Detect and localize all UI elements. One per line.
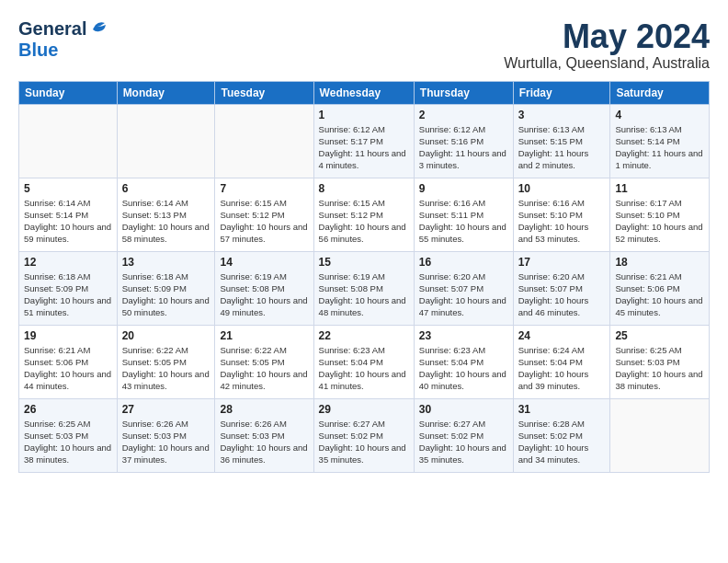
day-info: Sunrise: 6:18 AM Sunset: 5:09 PM Dayligh…: [24, 270, 112, 319]
calendar-cell: 3Sunrise: 6:13 AM Sunset: 5:15 PM Daylig…: [513, 104, 610, 178]
day-number: 22: [319, 329, 409, 342]
page-header: General Blue May 2024 Wurtulla, Queensla…: [18, 18, 710, 72]
calendar-cell: 9Sunrise: 6:16 AM Sunset: 5:11 PM Daylig…: [414, 178, 513, 251]
logo-blue-text: Blue: [18, 40, 58, 60]
calendar-cell: 10Sunrise: 6:16 AM Sunset: 5:10 PM Dayli…: [513, 178, 610, 251]
calendar-subtitle: Wurtulla, Queensland, Australia: [504, 55, 710, 72]
calendar-week-2: 12Sunrise: 6:18 AM Sunset: 5:09 PM Dayli…: [19, 251, 710, 325]
calendar-cell: 5Sunrise: 6:14 AM Sunset: 5:14 PM Daylig…: [19, 178, 118, 251]
day-info: Sunrise: 6:17 AM Sunset: 5:10 PM Dayligh…: [615, 197, 704, 246]
day-info: Sunrise: 6:19 AM Sunset: 5:08 PM Dayligh…: [220, 270, 308, 319]
calendar-cell: 25Sunrise: 6:25 AM Sunset: 5:03 PM Dayli…: [610, 325, 710, 398]
day-info: Sunrise: 6:27 AM Sunset: 5:02 PM Dayligh…: [419, 418, 508, 466]
header-monday: Monday: [117, 81, 215, 104]
calendar-table: SundayMondayTuesdayWednesdayThursdayFrid…: [18, 81, 710, 473]
day-number: 5: [24, 182, 112, 195]
day-info: Sunrise: 6:22 AM Sunset: 5:05 PM Dayligh…: [122, 344, 210, 393]
day-info: Sunrise: 6:28 AM Sunset: 5:02 PM Dayligh…: [518, 418, 606, 466]
calendar-week-1: 5Sunrise: 6:14 AM Sunset: 5:14 PM Daylig…: [19, 178, 710, 251]
day-info: Sunrise: 6:19 AM Sunset: 5:08 PM Dayligh…: [319, 270, 409, 319]
calendar-cell: 29Sunrise: 6:27 AM Sunset: 5:02 PM Dayli…: [313, 398, 414, 472]
calendar-cell: 8Sunrise: 6:15 AM Sunset: 5:12 PM Daylig…: [313, 178, 414, 251]
calendar-cell: 4Sunrise: 6:13 AM Sunset: 5:14 PM Daylig…: [610, 104, 710, 178]
calendar-cell: 18Sunrise: 6:21 AM Sunset: 5:06 PM Dayli…: [610, 251, 710, 325]
day-number: 10: [518, 182, 606, 195]
calendar-week-0: 1Sunrise: 6:12 AM Sunset: 5:17 PM Daylig…: [19, 104, 710, 178]
calendar-week-4: 26Sunrise: 6:25 AM Sunset: 5:03 PM Dayli…: [19, 398, 710, 472]
day-number: 9: [419, 182, 508, 195]
calendar-cell: 21Sunrise: 6:22 AM Sunset: 5:05 PM Dayli…: [215, 325, 313, 398]
day-info: Sunrise: 6:23 AM Sunset: 5:04 PM Dayligh…: [419, 344, 508, 393]
header-wednesday: Wednesday: [313, 81, 414, 104]
calendar-cell: 13Sunrise: 6:18 AM Sunset: 5:09 PM Dayli…: [117, 251, 215, 325]
day-number: 20: [122, 329, 210, 342]
calendar-cell: 2Sunrise: 6:12 AM Sunset: 5:16 PM Daylig…: [414, 104, 513, 178]
day-number: 14: [220, 256, 308, 269]
calendar-cell: 14Sunrise: 6:19 AM Sunset: 5:08 PM Dayli…: [215, 251, 313, 325]
calendar-cell: [19, 104, 118, 178]
calendar-header-row: SundayMondayTuesdayWednesdayThursdayFrid…: [19, 81, 710, 104]
day-info: Sunrise: 6:12 AM Sunset: 5:17 PM Dayligh…: [319, 123, 409, 172]
day-number: 27: [122, 403, 210, 416]
logo: General Blue: [18, 18, 108, 61]
calendar-cell: 24Sunrise: 6:24 AM Sunset: 5:04 PM Dayli…: [513, 325, 610, 398]
day-info: Sunrise: 6:25 AM Sunset: 5:03 PM Dayligh…: [615, 344, 704, 393]
day-info: Sunrise: 6:16 AM Sunset: 5:10 PM Dayligh…: [518, 197, 606, 246]
day-number: 24: [518, 329, 606, 342]
day-info: Sunrise: 6:15 AM Sunset: 5:12 PM Dayligh…: [220, 197, 308, 246]
day-info: Sunrise: 6:13 AM Sunset: 5:15 PM Dayligh…: [518, 123, 606, 172]
header-friday: Friday: [513, 81, 610, 104]
calendar-cell: 1Sunrise: 6:12 AM Sunset: 5:17 PM Daylig…: [313, 104, 414, 178]
day-number: 30: [419, 403, 508, 416]
day-number: 15: [319, 256, 409, 269]
logo-bird-icon: [88, 19, 108, 40]
calendar-cell: 23Sunrise: 6:23 AM Sunset: 5:04 PM Dayli…: [414, 325, 513, 398]
calendar-cell: 26Sunrise: 6:25 AM Sunset: 5:03 PM Dayli…: [19, 398, 118, 472]
calendar-cell: 20Sunrise: 6:22 AM Sunset: 5:05 PM Dayli…: [117, 325, 215, 398]
day-number: 13: [122, 256, 210, 269]
day-number: 17: [518, 256, 606, 269]
calendar-week-3: 19Sunrise: 6:21 AM Sunset: 5:06 PM Dayli…: [19, 325, 710, 398]
day-number: 26: [24, 403, 112, 416]
calendar-cell: 28Sunrise: 6:26 AM Sunset: 5:03 PM Dayli…: [215, 398, 313, 472]
header-tuesday: Tuesday: [215, 81, 313, 104]
day-number: 16: [419, 256, 508, 269]
day-number: 8: [319, 182, 409, 195]
day-number: 1: [319, 109, 409, 121]
day-number: 3: [518, 109, 606, 121]
day-info: Sunrise: 6:22 AM Sunset: 5:05 PM Dayligh…: [220, 344, 308, 393]
day-number: 23: [419, 329, 508, 342]
calendar-cell: 17Sunrise: 6:20 AM Sunset: 5:07 PM Dayli…: [513, 251, 610, 325]
day-info: Sunrise: 6:20 AM Sunset: 5:07 PM Dayligh…: [419, 270, 508, 319]
calendar-cell: 27Sunrise: 6:26 AM Sunset: 5:03 PM Dayli…: [117, 398, 215, 472]
header-saturday: Saturday: [610, 81, 710, 104]
day-number: 21: [220, 329, 308, 342]
day-number: 19: [24, 329, 112, 342]
day-info: Sunrise: 6:27 AM Sunset: 5:02 PM Dayligh…: [319, 418, 409, 466]
day-info: Sunrise: 6:26 AM Sunset: 5:03 PM Dayligh…: [220, 418, 308, 466]
day-number: 29: [319, 403, 409, 416]
day-number: 18: [615, 256, 704, 269]
day-number: 31: [518, 403, 606, 416]
day-info: Sunrise: 6:14 AM Sunset: 5:14 PM Dayligh…: [24, 197, 112, 246]
calendar-cell: 19Sunrise: 6:21 AM Sunset: 5:06 PM Dayli…: [19, 325, 118, 398]
calendar-cell: 7Sunrise: 6:15 AM Sunset: 5:12 PM Daylig…: [215, 178, 313, 251]
day-info: Sunrise: 6:12 AM Sunset: 5:16 PM Dayligh…: [419, 123, 508, 172]
day-number: 6: [122, 182, 210, 195]
day-number: 12: [24, 256, 112, 269]
day-info: Sunrise: 6:21 AM Sunset: 5:06 PM Dayligh…: [24, 344, 112, 393]
header-sunday: Sunday: [19, 81, 118, 104]
day-info: Sunrise: 6:25 AM Sunset: 5:03 PM Dayligh…: [24, 418, 112, 466]
logo-general-text: General: [18, 18, 86, 40]
calendar-title: May 2024: [504, 18, 710, 55]
calendar-cell: [117, 104, 215, 178]
calendar-cell: [610, 398, 710, 472]
day-info: Sunrise: 6:24 AM Sunset: 5:04 PM Dayligh…: [518, 344, 606, 393]
day-info: Sunrise: 6:16 AM Sunset: 5:11 PM Dayligh…: [419, 197, 508, 246]
title-section: May 2024 Wurtulla, Queensland, Australia: [504, 18, 710, 72]
day-info: Sunrise: 6:14 AM Sunset: 5:13 PM Dayligh…: [122, 197, 210, 246]
day-number: 4: [615, 109, 704, 121]
day-info: Sunrise: 6:23 AM Sunset: 5:04 PM Dayligh…: [319, 344, 409, 393]
calendar-cell: 31Sunrise: 6:28 AM Sunset: 5:02 PM Dayli…: [513, 398, 610, 472]
calendar-cell: 16Sunrise: 6:20 AM Sunset: 5:07 PM Dayli…: [414, 251, 513, 325]
